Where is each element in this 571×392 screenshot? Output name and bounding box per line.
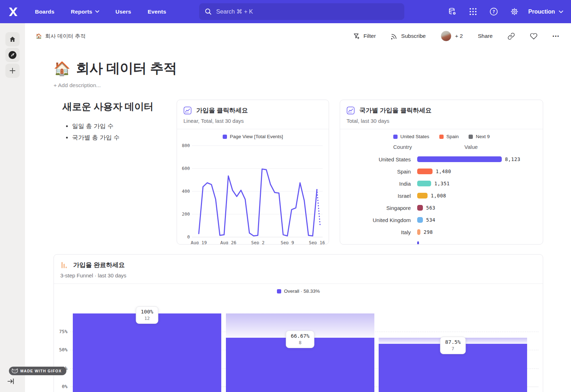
line-chart-card: 가입을 클릭하세요 Linear, Total, last 30 days Pa… (177, 100, 329, 245)
add-board-button[interactable] (5, 64, 20, 78)
subscribe-button[interactable]: Subscribe (391, 33, 426, 40)
mixpanel-logo-icon[interactable] (8, 6, 20, 18)
legend-item[interactable]: Next 9 (469, 134, 490, 139)
breadcrumb-title: 회사 데이터 추적 (45, 33, 85, 40)
value-bar[interactable] (417, 229, 420, 235)
chart-legend: Overall · 58.33% (54, 288, 543, 294)
help-icon[interactable]: ? (483, 7, 504, 16)
card-subtitle: Total, last 30 days (347, 118, 536, 129)
table-header: Country Value (340, 144, 543, 150)
breadcrumb[interactable]: 🏠 회사 데이터 추적 (36, 33, 86, 40)
value-label: 534 (426, 217, 435, 223)
table-row[interactable]: Israel1,008 (340, 190, 543, 202)
share-button[interactable]: Share (478, 33, 492, 39)
top-nav: Boards Reports Users Events Search ⌘ + K… (0, 0, 571, 23)
left-rail (0, 23, 25, 392)
filter-button[interactable]: Filter (353, 33, 376, 40)
project-name: Prouction (528, 9, 555, 15)
chart-legend: Page View [Total Events] (177, 134, 329, 139)
x-axis-tick: Aug 26 (220, 240, 236, 245)
svg-text:?: ? (492, 9, 495, 14)
nav-item-users[interactable]: Users (116, 9, 131, 15)
conversion-pct: 66.67% (291, 333, 309, 339)
table-row[interactable]: Italy298 (340, 226, 543, 238)
legend-item[interactable]: United States (393, 134, 429, 139)
search-input[interactable]: Search ⌘ + K (199, 3, 404, 20)
x-axis-tick: Aug 19 (191, 240, 207, 245)
list-item: 일일 총 가입 수 (72, 122, 153, 130)
value-bar[interactable] (417, 181, 431, 186)
table-row[interactable]: Spain1,480 (340, 165, 543, 177)
country-label: Spain (340, 169, 411, 175)
page-title[interactable]: 🏠 회사 데이터 추적 (54, 59, 177, 77)
sidebar-expand-toggle[interactable] (7, 378, 14, 384)
funnel-bar-step-1[interactable] (73, 313, 221, 392)
data-management-icon[interactable] (442, 7, 463, 16)
y-axis-tick: 400 (182, 189, 190, 194)
value-bar[interactable] (417, 193, 428, 198)
fox-icon (12, 368, 18, 373)
column-header-value[interactable]: Value (451, 144, 491, 150)
x-axis-tick: Sep 9 (281, 240, 294, 245)
card-header: 가입을 완료하세요 3-step Funnel · last 30 days (54, 255, 543, 283)
discover-button[interactable] (5, 48, 20, 62)
more-options-button[interactable]: ••• (552, 34, 560, 39)
legend-swatch (439, 135, 444, 139)
table-row[interactable]: United Kingdom534 (340, 214, 543, 226)
column-header-country[interactable]: Country (354, 144, 451, 150)
line-chart-icon (347, 106, 355, 115)
value-bar[interactable] (417, 217, 423, 223)
nav-item-boards[interactable]: Boards (35, 9, 55, 15)
favorite-button[interactable] (530, 32, 537, 40)
nav-label: Events (148, 9, 166, 15)
value-bar[interactable] (417, 156, 502, 162)
settings-gear-icon[interactable] (504, 7, 525, 16)
gifox-badge[interactable]: MADE WITH GIFOX (9, 367, 66, 375)
subscribe-label: Subscribe (401, 33, 426, 39)
country-label: Italy (340, 229, 411, 235)
collaborators[interactable]: + 2 (441, 31, 463, 41)
value-bar[interactable] (417, 205, 423, 211)
card-title[interactable]: 가입을 완료하세요 (73, 261, 125, 269)
country-label: United Kingdom (340, 217, 411, 223)
add-description-button[interactable]: + Add description... (54, 82, 177, 89)
country-label: United States (340, 156, 411, 162)
legend-item[interactable]: Overall · 58.33% (277, 288, 320, 294)
home-button[interactable] (5, 32, 20, 46)
country-label: India (340, 181, 411, 187)
chevron-down-icon (95, 10, 99, 13)
value-label: 298 (424, 229, 433, 235)
text-widget-heading: 새로운 사용자 데이터 (62, 100, 153, 113)
table-row[interactable]: United States8,123 (340, 153, 543, 165)
y-axis-tick: 50% (54, 347, 67, 352)
legend-item[interactable]: Page View [Total Events] (223, 134, 283, 139)
x-axis-tick: Sep 2 (251, 240, 265, 245)
nav-item-reports[interactable]: Reports (71, 9, 99, 15)
board-emoji-icon: 🏠 (54, 61, 70, 76)
project-selector[interactable]: Prouction (528, 9, 563, 15)
table-row[interactable]: Singapore563 (340, 202, 543, 214)
search-placeholder: Search ⌘ + K (216, 8, 253, 15)
card-title[interactable]: 국가별 가입을 클릭하세요 (359, 106, 431, 115)
funnel-step-label: 100%12 (136, 306, 158, 324)
table-row[interactable]: India1,351 (340, 177, 543, 190)
y-axis-tick: 0 (187, 234, 190, 240)
divider (177, 129, 329, 129)
page-title-text: 회사 데이터 추적 (76, 59, 177, 77)
apps-grid-icon[interactable] (463, 7, 483, 16)
card-title[interactable]: 가입을 클릭하세요 (196, 106, 248, 115)
nav-item-events[interactable]: Events (148, 9, 166, 15)
conversion-count: 12 (141, 316, 153, 321)
divider (340, 129, 543, 129)
y-axis-tick: 0% (54, 384, 67, 389)
board-emoji-icon: 🏠 (36, 33, 42, 39)
line-chart[interactable]: 8006004002000Aug 19Aug 26Sep 2Sep 9Sep 1… (177, 139, 329, 245)
legend-label: Next 9 (476, 134, 490, 139)
arrow-to-bar-icon (7, 378, 14, 384)
y-axis-tick: 600 (182, 166, 190, 171)
table-row-clipped[interactable] (340, 238, 543, 245)
value-bar[interactable] (417, 169, 433, 174)
copy-link-button[interactable] (507, 32, 515, 40)
text-widget[interactable]: 새로운 사용자 데이터 일일 총 가입 수 국가별 총 가입 수 (62, 100, 153, 145)
legend-item[interactable]: Spain (439, 134, 459, 139)
